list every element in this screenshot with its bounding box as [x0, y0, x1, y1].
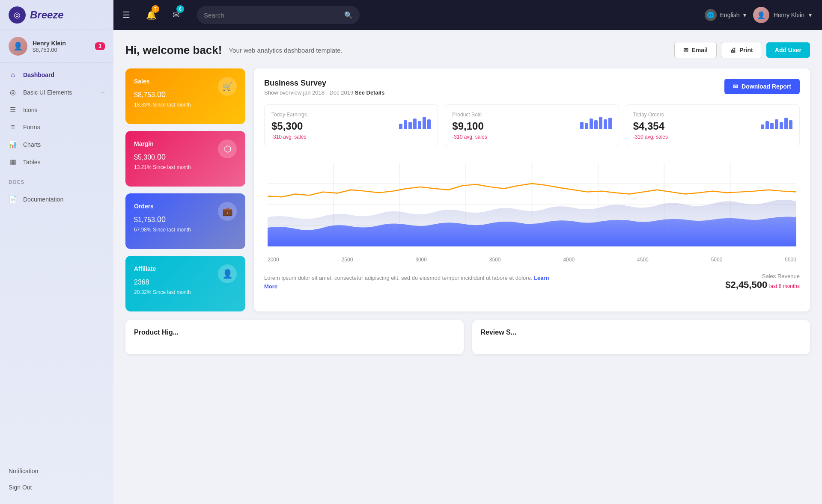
bar [599, 117, 602, 129]
message-badge: 6 [176, 5, 184, 13]
bar [780, 122, 783, 129]
bar [761, 125, 764, 129]
sidebar-item-documentation[interactable]: 📄 Documentation [0, 190, 113, 208]
chart-footer: Lorem ipsum dolor sit amet, consectetur … [264, 270, 800, 291]
mini-stat-product-change: -310 avg. sales [452, 134, 487, 140]
bar [408, 122, 412, 129]
x-label-6: 5000 [711, 257, 723, 263]
topbar-left: ☰ 🔔 7 ✉ 6 🔍 [116, 0, 360, 30]
user-name-label: Henry Klein [774, 12, 804, 18]
sidebar-item-signout[interactable]: Sign Out [0, 479, 113, 495]
tables-icon: ▦ [9, 158, 17, 166]
nav-label-icons: Icons [23, 107, 37, 113]
add-user-button[interactable]: Add User [766, 42, 810, 58]
stat-change-orders: 67.98% Since last month [134, 227, 237, 233]
sidebar-item-notification[interactable]: Notification [0, 463, 113, 479]
sidebar-item-dashboard[interactable]: ⌂ Dashboard [0, 66, 113, 83]
sidebar-avatar: 👤 [9, 37, 27, 56]
menu-icon: ☰ [122, 10, 130, 20]
sidebar-item-tables[interactable]: ▦ Tables [0, 153, 113, 171]
bar [590, 119, 593, 129]
email-button[interactable]: ✉ Email [674, 42, 717, 58]
bottom-panel-review: Review S... [472, 320, 810, 354]
nav-section-main: ⌂ Dashboard ◎ Basic UI Elements + ☰ Icon… [0, 63, 113, 174]
bar [784, 118, 788, 129]
x-label-5: 4500 [637, 257, 649, 263]
mini-stat-earnings-label: Today Earnings [271, 112, 307, 118]
stat-card-sales: Sales $8,753.00 18.33% Since last month … [125, 68, 245, 124]
stat-icon-affiliate: 👤 [218, 264, 237, 283]
mini-stat-orders-value: $4,354 [633, 120, 668, 132]
welcome-title: Hi, welcome back! [125, 44, 222, 57]
sidebar-item-icons[interactable]: ☰ Icons [0, 101, 113, 119]
bar [585, 123, 588, 129]
mini-bar-chart-orders [761, 112, 792, 129]
sidebar-user-amount: $8,753.00 [33, 47, 90, 53]
sidebar-bottom: Notification Sign Out [0, 463, 113, 504]
print-button[interactable]: 🖨 Print [721, 42, 762, 58]
stat-icon-orders: 💼 [218, 202, 237, 221]
survey-panel: Business Survey Show overview jan 2018 -… [254, 68, 810, 311]
sidebar-item-forms[interactable]: ≡ Forms [0, 119, 113, 136]
bottom-panel-product: Product Hig... [125, 320, 464, 354]
see-details-link[interactable]: See Details [355, 89, 384, 96]
stat-change-sales: 18.33% Since last month [134, 102, 237, 108]
mini-bar-chart-earnings [399, 112, 431, 129]
globe-icon: 🌐 [705, 9, 717, 21]
sidebar-item-charts[interactable]: 📊 Charts [0, 136, 113, 153]
sales-revenue-label: Sales Revenue [725, 273, 800, 279]
notification-button[interactable]: 🔔 7 [140, 0, 162, 30]
sidebar-logo: ◎ Breeze [0, 0, 113, 30]
search-input[interactable] [204, 12, 344, 19]
mini-stat-earnings-info: Today Earnings $5,300 -310 avg. sales [271, 112, 307, 140]
menu-button[interactable]: ☰ [116, 0, 137, 30]
stat-change-margin: 13.21% Since last month [134, 164, 237, 170]
stat-card-margin: Margin $5,300.00 13.21% Since last month… [125, 131, 245, 187]
survey-subtitle: Show overview jan 2018 - Dec 2019 See De… [264, 89, 384, 96]
mini-stat-product-sold: Product Sold $9,100 -310 avg. sales [445, 104, 619, 147]
nav-label-dashboard: Dashboard [23, 71, 54, 78]
sidebar-user-name: Henry Klein [33, 40, 90, 47]
nav-label-charts: Charts [23, 141, 41, 148]
bar [413, 119, 417, 129]
bar [775, 119, 778, 129]
nav-label-notification: Notification [9, 468, 38, 474]
mini-stat-earnings-value: $5,300 [271, 120, 307, 132]
search-bar: 🔍 [197, 6, 360, 24]
survey-title-section: Business Survey Show overview jan 2018 -… [264, 79, 384, 96]
stat-cards: Sales $8,753.00 18.33% Since last month … [125, 68, 245, 311]
mini-stat-product-label: Product Sold [452, 112, 487, 118]
user-chevron-icon: ▾ [809, 12, 812, 18]
x-label-4: 4000 [563, 257, 575, 263]
language-selector[interactable]: 🌐 English ▾ [705, 9, 746, 21]
x-label-7: 5500 [785, 257, 796, 263]
x-label-3: 3500 [489, 257, 501, 263]
mini-stat-product-value: $9,100 [452, 120, 487, 132]
main-chart-svg [268, 163, 796, 246]
mini-stat-orders-info: Today Orders $4,354 -310 avg. sales [633, 112, 668, 140]
nav-section-docs: 📄 Documentation [0, 187, 113, 211]
sidebar-section-docs: Docs [0, 174, 113, 187]
download-report-button[interactable]: ✉ Download Report [724, 79, 800, 94]
documentation-icon: 📄 [9, 195, 17, 203]
bar [580, 122, 584, 129]
bar [608, 118, 612, 129]
topbar: ☰ 🔔 7 ✉ 6 🔍 🌐 English ▾ 👤 Henry Klein ▾ [0, 0, 822, 30]
user-menu[interactable]: 👤 Henry Klein ▾ [753, 7, 812, 23]
avatar-initials: 👤 [757, 11, 765, 19]
bottom-panels: Product Hig... Review S... [125, 320, 810, 354]
sidebar-item-basic-ui[interactable]: ◎ Basic UI Elements + [0, 83, 113, 101]
mini-stat-orders-change: -310 avg. sales [633, 134, 668, 140]
survey-header: Business Survey Show overview jan 2018 -… [264, 79, 800, 96]
sidebar-user-section: 👤 Henry Klein $8,753.00 3 [0, 30, 113, 63]
bar [770, 123, 774, 129]
sales-revenue-value: $2,45,500 [725, 279, 767, 290]
bar [404, 120, 407, 129]
mini-stat-earnings-change: -310 avg. sales [271, 134, 307, 140]
mini-bar-chart-product [580, 112, 612, 129]
message-button[interactable]: ✉ 6 [165, 0, 187, 30]
stat-card-affiliate: Affiliate 2368 20.32% Since last month 👤 [125, 256, 245, 311]
x-label-0: 2000 [268, 257, 279, 263]
notification-badge: 7 [152, 5, 159, 13]
sidebar-notification-badge: 3 [95, 42, 105, 50]
